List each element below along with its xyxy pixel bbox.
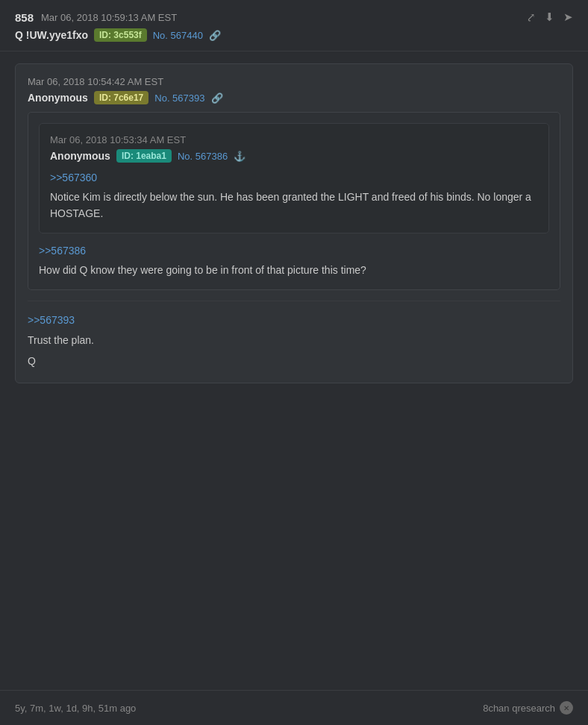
nested-username: Anonymous	[50, 150, 110, 162]
id-badge-outer: ID: 7c6e17	[94, 91, 148, 104]
main-post-body: >>567393 Trust the plan. Q	[28, 301, 560, 371]
footer-time: 5y, 7m, 1w, 1d, 9h, 51m ago	[15, 703, 136, 714]
footer-source: 8chan qresearch ✕	[483, 701, 573, 715]
footer: 5y, 7m, 1w, 1d, 9h, 51m ago 8chan qresea…	[0, 690, 588, 725]
post-number-info: 858 Mar 06, 2018 10:59:13 AM EST	[15, 11, 177, 24]
link-icon-nested: ⚓	[234, 151, 245, 162]
nested-reply-ref[interactable]: >>567360	[50, 170, 538, 186]
main-post-line1: Trust the plan.	[28, 332, 560, 350]
nested-post-text: Notice Kim is directly below the sun. He…	[50, 191, 531, 219]
nested-card-2: Mar 06, 2018 10:53:34 AM EST Anonymous I…	[39, 123, 549, 233]
post-link-outer[interactable]: No. 567393	[154, 92, 204, 104]
link-icon-header: 🔗	[209, 30, 221, 41]
footer-source-label: 8chan qresearch	[483, 703, 555, 714]
card-header: Mar 06, 2018 10:54:42 AM EST Anonymous I…	[28, 76, 560, 104]
share-icon[interactable]: ⤤	[526, 10, 536, 24]
card-user-row: Anonymous ID: 7c6e17 No. 567393 🔗	[28, 91, 560, 104]
nested-card-1: Mar 06, 2018 10:53:34 AM EST Anonymous I…	[28, 112, 560, 290]
post-link-nested[interactable]: No. 567386	[178, 151, 228, 162]
post-timestamp: Mar 06, 2018 10:59:13 AM EST	[41, 12, 177, 23]
outer-reply-ref[interactable]: >>567386	[39, 242, 549, 259]
outer-reply: >>567386 How did Q know they were going …	[39, 242, 549, 279]
post-link-header[interactable]: No. 567440	[153, 30, 203, 41]
card-timestamp: Mar 06, 2018 10:54:42 AM EST	[28, 76, 560, 87]
download-icon[interactable]: ⬇	[545, 10, 554, 24]
header-post: 858 Mar 06, 2018 10:59:13 AM EST ⤤ ⬇ ➤ Q…	[0, 0, 588, 51]
main-post-line2: Q	[28, 353, 560, 371]
close-icon[interactable]: ✕	[560, 701, 573, 715]
main-card: Mar 06, 2018 10:54:42 AM EST Anonymous I…	[15, 63, 573, 383]
q-username: Q !UW.yye1fxo	[15, 29, 88, 41]
link-icon-outer: 🔗	[211, 92, 223, 104]
post-number: 858	[15, 11, 34, 24]
id-badge-header: ID: 3c553f	[94, 28, 147, 42]
page-wrapper: 858 Mar 06, 2018 10:59:13 AM EST ⤤ ⬇ ➤ Q…	[0, 0, 588, 725]
header-post-user: Q !UW.yye1fxo ID: 3c553f No. 567440 🔗	[15, 28, 573, 42]
nested-content: >>567360 Notice Kim is directly below th…	[50, 170, 538, 222]
post-icons: ⤤ ⬇ ➤	[526, 10, 573, 24]
id-badge-nested: ID: 1eaba1	[116, 149, 172, 163]
arrow-icon[interactable]: ➤	[563, 10, 573, 24]
outer-reply-text: How did Q know they were going to be in …	[39, 264, 366, 276]
nested-timestamp: Mar 06, 2018 10:53:34 AM EST	[50, 134, 538, 145]
card-username: Anonymous	[28, 92, 88, 104]
main-reply-ref[interactable]: >>567393	[28, 312, 560, 330]
header-post-top: 858 Mar 06, 2018 10:59:13 AM EST ⤤ ⬇ ➤	[15, 10, 573, 24]
nested-user-row: Anonymous ID: 1eaba1 No. 567386 ⚓	[50, 149, 538, 163]
